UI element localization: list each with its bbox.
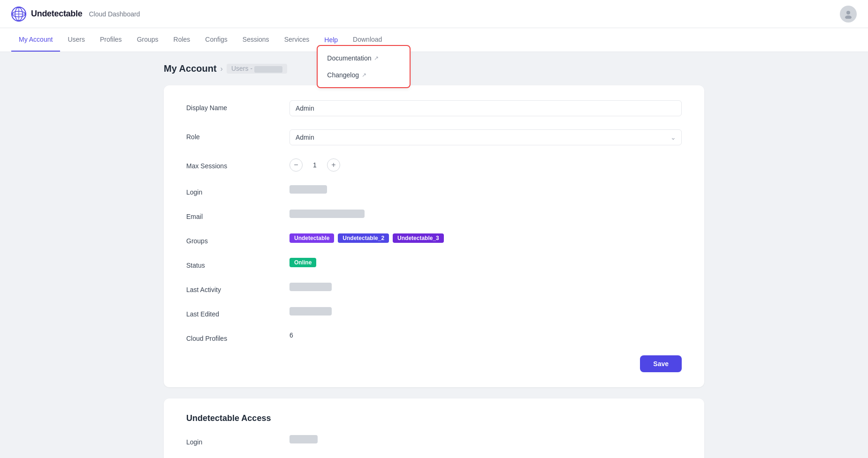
main-content: My Account › Users - Display Name Role A… <box>152 52 716 458</box>
external-link-icon-documentation: ↗ <box>374 55 379 61</box>
status-label: Status <box>186 258 289 269</box>
nav-item-my-account[interactable]: My Account <box>11 28 60 52</box>
last-edited-label: Last Edited <box>186 307 289 318</box>
nav-item-groups[interactable]: Groups <box>129 28 166 52</box>
external-link-icon-changelog: ↗ <box>362 72 366 78</box>
help-dropdown: Documentation ↗ Changelog ↗ <box>317 45 411 88</box>
account-form-card: Display Name Role Admin User Viewer ⌄ <box>164 85 704 387</box>
role-field: Admin User Viewer ⌄ <box>289 129 682 145</box>
login-redacted <box>289 185 327 194</box>
display-name-field <box>289 100 682 116</box>
logo-icon <box>11 7 26 22</box>
cloud-dashboard-label: Cloud Dashboard <box>89 10 140 18</box>
groups-row: Groups Undetectable Undetectable_2 Undet… <box>186 233 682 245</box>
brand-area: Undetectable Cloud Dashboard <box>11 7 140 22</box>
role-select-wrapper: Admin User Viewer ⌄ <box>289 129 682 145</box>
last-activity-redacted <box>289 283 332 291</box>
svg-point-5 <box>846 11 850 15</box>
changelog-label: Changelog <box>327 71 359 79</box>
login-field <box>289 185 682 194</box>
group-tag-undetectable-3: Undetectable_3 <box>393 233 444 243</box>
last-edited-field <box>289 307 682 315</box>
nav-item-users[interactable]: Users <box>60 28 92 52</box>
nav-item-sessions[interactable]: Sessions <box>235 28 277 52</box>
groups-tags: Undetectable Undetectable_2 Undetectable… <box>289 233 682 243</box>
email-field-area <box>289 209 682 218</box>
display-name-input[interactable] <box>289 100 682 116</box>
email-label: Email <box>186 209 289 220</box>
last-edited-redacted <box>289 307 332 315</box>
nav-item-services[interactable]: Services <box>277 28 317 52</box>
undetectable-access-title: Undetectable Access <box>186 413 682 423</box>
max-sessions-stepper: − 1 + <box>289 158 682 172</box>
access-login-row: Login <box>186 435 682 446</box>
display-name-row: Display Name <box>186 100 682 116</box>
email-redacted <box>289 210 365 218</box>
nav-item-roles[interactable]: Roles <box>166 28 198 52</box>
display-name-label: Display Name <box>186 100 289 112</box>
status-field: Online <box>289 258 682 267</box>
cloud-profiles-field: 6 <box>289 331 682 339</box>
breadcrumb-separator: › <box>221 65 223 73</box>
groups-label: Groups <box>186 233 289 245</box>
access-login-label: Login <box>186 435 289 446</box>
dropdown-item-documentation[interactable]: Documentation ↗ <box>318 50 410 67</box>
stepper-increment-button[interactable]: + <box>327 158 340 172</box>
group-tag-undetectable: Undetectable <box>289 233 334 243</box>
login-row: Login <box>186 185 682 196</box>
access-login-field <box>289 435 682 443</box>
nav-item-configs[interactable]: Configs <box>198 28 235 52</box>
last-activity-field <box>289 282 682 291</box>
documentation-label: Documentation <box>327 54 371 62</box>
cloud-profiles-value: 6 <box>289 331 293 339</box>
status-row: Status Online <box>186 258 682 269</box>
breadcrumb-title: My Account <box>164 63 217 74</box>
nav-help-wrapper: Help Documentation ↗ Changelog ↗ <box>317 36 345 44</box>
app-header: Undetectable Cloud Dashboard <box>0 0 868 28</box>
role-label: Role <box>186 129 289 141</box>
save-button[interactable]: Save <box>640 355 682 372</box>
stepper-decrement-button[interactable]: − <box>289 158 303 172</box>
svg-point-6 <box>845 15 852 19</box>
cloud-profiles-row: Cloud Profiles 6 <box>186 331 682 342</box>
last-activity-label: Last Activity <box>186 282 289 293</box>
dropdown-item-changelog[interactable]: Changelog ↗ <box>318 67 410 83</box>
login-label: Login <box>186 185 289 196</box>
max-sessions-label: Max Sessions <box>186 158 289 170</box>
last-activity-row: Last Activity <box>186 282 682 293</box>
max-sessions-field: − 1 + <box>289 158 682 172</box>
form-actions: Save <box>186 355 682 372</box>
role-select[interactable]: Admin User Viewer <box>289 129 682 145</box>
groups-field: Undetectable Undetectable_2 Undetectable… <box>289 233 682 243</box>
access-login-redacted <box>289 435 318 443</box>
breadcrumb-sub: Users - <box>227 64 287 73</box>
last-edited-row: Last Edited <box>186 307 682 318</box>
group-tag-undetectable-2: Undetectable_2 <box>338 233 389 243</box>
stepper-value: 1 <box>310 161 320 169</box>
cloud-profiles-label: Cloud Profiles <box>186 331 289 342</box>
nav-item-profiles[interactable]: Profiles <box>92 28 129 52</box>
email-row: Email <box>186 209 682 220</box>
undetectable-access-card: Undetectable Access Login <box>164 398 704 458</box>
role-row: Role Admin User Viewer ⌄ <box>186 129 682 145</box>
user-avatar-button[interactable] <box>840 6 857 23</box>
max-sessions-row: Max Sessions − 1 + <box>186 158 682 172</box>
breadcrumb: My Account › Users - <box>164 63 704 74</box>
status-badge: Online <box>289 258 316 267</box>
main-nav: My Account Users Profiles Groups Roles C… <box>0 28 868 52</box>
brand-name: Undetectable <box>31 9 82 19</box>
